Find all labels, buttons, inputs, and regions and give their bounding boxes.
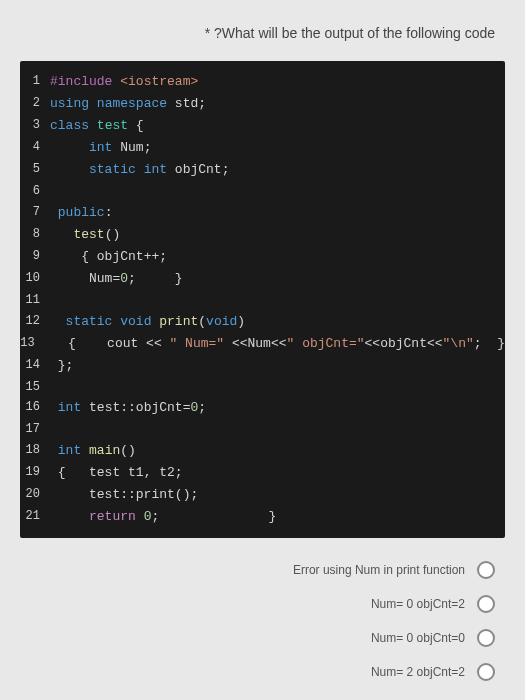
option-label: Num= 0 objCnt=2 xyxy=(371,597,465,611)
code-line: 15 xyxy=(20,377,505,397)
code-text: #include <iostream> xyxy=(50,71,505,93)
code-text: test() xyxy=(50,224,505,246)
line-number: 4 xyxy=(20,137,50,159)
code-line: 8 test() xyxy=(20,224,505,246)
line-number: 16 xyxy=(20,397,50,419)
answer-option[interactable]: Error using Num in print function xyxy=(30,553,495,587)
line-number: 19 xyxy=(20,462,50,484)
line-number: 9 xyxy=(20,246,50,268)
code-text: }; xyxy=(50,355,505,377)
code-text: int Num; xyxy=(50,137,505,159)
question-text: * ?What will be the output of the follow… xyxy=(20,10,505,61)
code-line: 3class test { xyxy=(20,115,505,137)
code-line: 19 { test t1, t2; xyxy=(20,462,505,484)
code-text: Num=0; } xyxy=(50,268,505,290)
code-text: test::print(); xyxy=(50,484,505,506)
code-text: { objCnt++; xyxy=(50,246,505,268)
code-text: { test t1, t2; xyxy=(50,462,505,484)
option-label: Num= 2 objCnt=2 xyxy=(371,665,465,679)
radio-icon[interactable] xyxy=(477,595,495,613)
code-text xyxy=(50,290,505,310)
code-line: 18 int main() xyxy=(20,440,505,462)
line-number: 17 xyxy=(20,419,50,439)
line-number: 1 xyxy=(20,71,50,93)
code-text: class test { xyxy=(50,115,505,137)
answer-option[interactable]: Num= 2 objCnt=2 xyxy=(30,655,495,689)
code-line: 14 }; xyxy=(20,355,505,377)
code-line: 16 int test::objCnt=0; xyxy=(20,397,505,419)
code-line: 6 xyxy=(20,181,505,201)
line-number: 6 xyxy=(20,181,50,201)
radio-icon[interactable] xyxy=(477,663,495,681)
code-text: return 0; } xyxy=(50,506,505,528)
code-line: 7 public: xyxy=(20,202,505,224)
code-block: 1#include <iostream>2using namespace std… xyxy=(20,61,505,538)
code-text xyxy=(50,181,505,201)
line-number: 15 xyxy=(20,377,50,397)
line-number: 12 xyxy=(20,311,50,333)
code-text: static int objCnt; xyxy=(50,159,505,181)
option-label: Num= 0 objCnt=0 xyxy=(371,631,465,645)
code-line: 9 { objCnt++; xyxy=(20,246,505,268)
line-number: 11 xyxy=(20,290,50,310)
line-number: 21 xyxy=(20,506,50,528)
radio-icon[interactable] xyxy=(477,629,495,647)
code-text: int main() xyxy=(50,440,505,462)
code-line: 2using namespace std; xyxy=(20,93,505,115)
code-text xyxy=(50,377,505,397)
code-text: using namespace std; xyxy=(50,93,505,115)
option-label: Error using Num in print function xyxy=(293,563,465,577)
code-line: 13 { cout << " Num=" <<Num<<" objCnt="<<… xyxy=(20,333,505,355)
code-line: 11 xyxy=(20,290,505,310)
answer-options: Error using Num in print functionNum= 0 … xyxy=(20,553,505,689)
line-number: 5 xyxy=(20,159,50,181)
code-text: int test::objCnt=0; xyxy=(50,397,505,419)
code-text xyxy=(50,419,505,439)
code-line: 1#include <iostream> xyxy=(20,71,505,93)
line-number: 2 xyxy=(20,93,50,115)
line-number: 13 xyxy=(20,333,45,355)
code-text: static void print(void) xyxy=(50,311,505,333)
line-number: 10 xyxy=(20,268,50,290)
code-line: 5 static int objCnt; xyxy=(20,159,505,181)
code-text: { cout << " Num=" <<Num<<" objCnt="<<obj… xyxy=(45,333,505,355)
line-number: 8 xyxy=(20,224,50,246)
code-line: 20 test::print(); xyxy=(20,484,505,506)
line-number: 18 xyxy=(20,440,50,462)
line-number: 20 xyxy=(20,484,50,506)
code-line: 10 Num=0; } xyxy=(20,268,505,290)
line-number: 7 xyxy=(20,202,50,224)
line-number: 3 xyxy=(20,115,50,137)
code-line: 4 int Num; xyxy=(20,137,505,159)
code-line: 12 static void print(void) xyxy=(20,311,505,333)
answer-option[interactable]: Num= 0 objCnt=2 xyxy=(30,587,495,621)
code-text: public: xyxy=(50,202,505,224)
radio-icon[interactable] xyxy=(477,561,495,579)
code-line: 17 xyxy=(20,419,505,439)
line-number: 14 xyxy=(20,355,50,377)
code-line: 21 return 0; } xyxy=(20,506,505,528)
answer-option[interactable]: Num= 0 objCnt=0 xyxy=(30,621,495,655)
